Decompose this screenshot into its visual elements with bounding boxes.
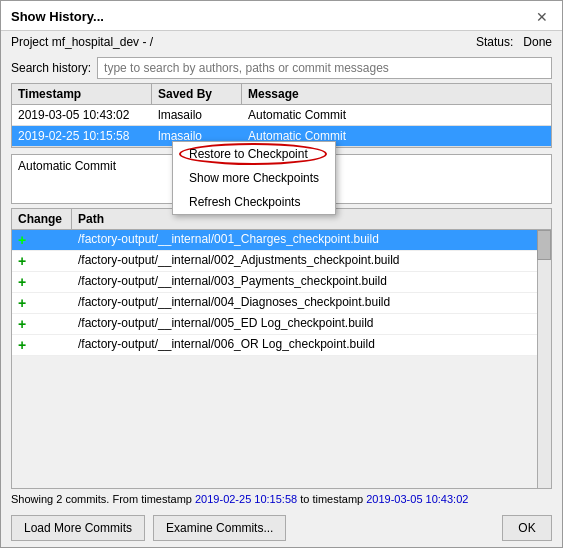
cell-timestamp: 2019-02-25 10:15:58 bbox=[12, 126, 152, 146]
project-label: Project mf_hospital_dev - / bbox=[11, 35, 153, 49]
scrollbar-thumb[interactable] bbox=[537, 230, 551, 260]
context-menu: Restore to Checkpoint Show more Checkpoi… bbox=[172, 141, 336, 215]
change-path: /factory-output/__internal/002_Adjustmen… bbox=[72, 251, 551, 271]
status-label: Status: Done bbox=[476, 35, 552, 49]
context-menu-item-restore[interactable]: Restore to Checkpoint bbox=[173, 142, 335, 166]
status-bar: Showing 2 commits. From timestamp 2019-0… bbox=[1, 489, 562, 509]
cell-message: Automatic Commit bbox=[242, 105, 551, 125]
project-row: Project mf_hospital_dev - / Status: Done bbox=[1, 31, 562, 53]
search-label: Search history: bbox=[11, 61, 91, 75]
bottom-bar: Load More Commits Examine Commits... OK bbox=[1, 509, 562, 547]
commits-table: Timestamp Saved By Message 2019-03-05 10… bbox=[11, 83, 552, 148]
status-middle: to timestamp bbox=[297, 493, 366, 505]
change-row[interactable]: + /factory-output/__internal/004_Diagnos… bbox=[12, 293, 551, 314]
search-row: Search history: bbox=[1, 53, 562, 83]
change-row[interactable]: + /factory-output/__internal/003_Payment… bbox=[12, 272, 551, 293]
load-more-button[interactable]: Load More Commits bbox=[11, 515, 145, 541]
change-icon: + bbox=[12, 335, 72, 355]
dialog-title: Show History... bbox=[11, 9, 104, 24]
close-button[interactable]: ✕ bbox=[532, 10, 552, 24]
change-path: /factory-output/__internal/006_OR Log_ch… bbox=[72, 335, 551, 355]
cell-timestamp: 2019-03-05 10:43:02 bbox=[12, 105, 152, 125]
status-from: 2019-02-25 10:15:58 bbox=[195, 493, 297, 505]
table-header: Timestamp Saved By Message bbox=[12, 84, 551, 105]
change-icon: + bbox=[12, 293, 72, 313]
change-icon: + bbox=[12, 251, 72, 271]
change-icon: + bbox=[12, 314, 72, 334]
change-row[interactable]: + /factory-output/__internal/006_OR Log_… bbox=[12, 335, 551, 356]
status-value: Done bbox=[523, 35, 552, 49]
col-change: Change bbox=[12, 209, 72, 229]
show-history-dialog: Show History... ✕ Project mf_hospital_de… bbox=[0, 0, 563, 548]
message-text: Automatic Commit bbox=[18, 159, 116, 173]
examine-commits-button[interactable]: Examine Commits... bbox=[153, 515, 286, 541]
change-path: /factory-output/__internal/003_Payments_… bbox=[72, 272, 551, 292]
change-icon: + bbox=[12, 272, 72, 292]
title-bar: Show History... ✕ bbox=[1, 1, 562, 31]
changes-table: Change Path + /factory-output/__internal… bbox=[11, 208, 552, 489]
change-row[interactable]: + /factory-output/__internal/002_Adjustm… bbox=[12, 251, 551, 272]
scrollbar-track[interactable] bbox=[537, 230, 551, 488]
col-timestamp: Timestamp bbox=[12, 84, 152, 104]
change-icon: + bbox=[12, 230, 72, 250]
change-row[interactable]: + /factory-output/__internal/005_ED Log_… bbox=[12, 314, 551, 335]
context-menu-item-show-more[interactable]: Show more Checkpoints bbox=[173, 166, 335, 190]
search-input[interactable] bbox=[97, 57, 552, 79]
cell-saved-by: lmasailo bbox=[152, 105, 242, 125]
change-path: /factory-output/__internal/004_Diagnoses… bbox=[72, 293, 551, 313]
status-prefix: Showing 2 commits. From timestamp bbox=[11, 493, 195, 505]
context-menu-item-refresh[interactable]: Refresh Checkpoints bbox=[173, 190, 335, 214]
table-row[interactable]: 2019-03-05 10:43:02 lmasailo Automatic C… bbox=[12, 105, 551, 126]
change-row[interactable]: + /factory-output/__internal/001_Charges… bbox=[12, 230, 551, 251]
col-message: Message bbox=[242, 84, 551, 104]
change-path: /factory-output/__internal/001_Charges_c… bbox=[72, 230, 551, 250]
bottom-left-buttons: Load More Commits Examine Commits... bbox=[11, 515, 286, 541]
status-to: 2019-03-05 10:43:02 bbox=[366, 493, 468, 505]
col-saved-by: Saved By bbox=[152, 84, 242, 104]
changes-body[interactable]: + /factory-output/__internal/001_Charges… bbox=[12, 230, 551, 488]
change-path: /factory-output/__internal/005_ED Log_ch… bbox=[72, 314, 551, 334]
table-body: 2019-03-05 10:43:02 lmasailo Automatic C… bbox=[12, 105, 551, 147]
ok-button[interactable]: OK bbox=[502, 515, 552, 541]
